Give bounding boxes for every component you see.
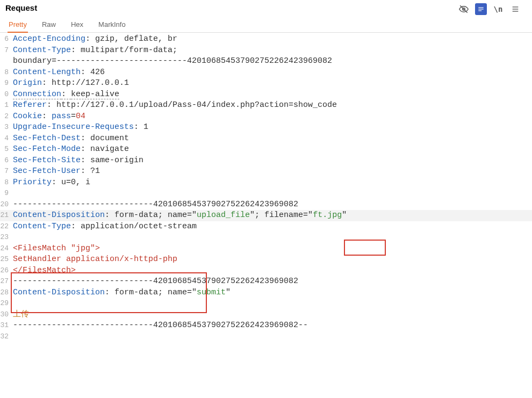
line-num: 22	[0, 221, 11, 233]
line-num: 28	[0, 287, 11, 299]
svg-rect-4	[478, 10, 481, 11]
header-name: Sec-Fetch-User	[13, 167, 81, 176]
line-num: 24	[0, 243, 11, 255]
header-value: : 1	[134, 122, 148, 132]
line-num: 7	[0, 45, 11, 56]
message-icon[interactable]	[475, 3, 487, 15]
header-sep: :	[61, 90, 71, 99]
panel-title: Request	[5, 3, 37, 12]
header-name: Referer	[13, 100, 47, 110]
line-num: 21	[0, 210, 11, 221]
header-name: Content-Type	[13, 46, 71, 55]
code-area[interactable]: 6Accept-Encoding: gzip, deflate, br 7Con…	[0, 33, 532, 342]
header-value: : gzip, deflate, br	[85, 34, 177, 44]
line-num: 9	[0, 78, 11, 89]
payload-line: </FilesMatch>	[13, 266, 76, 275]
line-num: 4	[0, 133, 11, 144]
header-name: Content-Length	[13, 68, 81, 77]
line-num: 20	[0, 199, 11, 211]
header-value: : form-data; name="	[105, 211, 197, 220]
line-num: 1	[0, 100, 11, 111]
header-value: "	[342, 211, 347, 220]
menu-icon[interactable]	[509, 3, 521, 15]
header-name: Upgrade-Insecure-Requests	[13, 122, 134, 132]
header-value: : same-origin	[81, 156, 143, 165]
tab-hex[interactable]: Hex	[70, 18, 84, 32]
payload-line: SetHandler application/x-httpd-php	[13, 255, 177, 264]
line-num: 32	[0, 331, 11, 343]
header-value: "; filename="	[250, 211, 313, 220]
line-num: 26	[0, 265, 11, 277]
line-num: 6	[0, 155, 11, 167]
header-value: : u=0, i	[52, 178, 90, 187]
tab-markinfo[interactable]: MarkInfo	[97, 18, 127, 32]
header-value: : application/octet-stream	[71, 222, 197, 231]
header-value: : navigate	[81, 144, 129, 154]
payload-line: <FilesMatch "jpg">	[13, 244, 100, 253]
line-num: 25	[0, 254, 11, 265]
cookie-key: pass	[52, 112, 71, 121]
cookie-eq: =	[71, 112, 76, 121]
line-num: 8	[0, 67, 11, 78]
visibility-off-icon[interactable]	[458, 3, 470, 15]
toolbar-right: \n	[458, 3, 527, 15]
header-value: : ?1	[81, 167, 100, 176]
header-name: Priority	[13, 178, 52, 187]
line-num: 7	[0, 166, 11, 177]
boundary-line: boundary=---------------------------4201…	[13, 56, 332, 66]
header-name: Sec-Fetch-Site	[13, 156, 81, 165]
header-name: Sec-Fetch-Dest	[13, 134, 81, 143]
tab-raw[interactable]: Raw	[41, 18, 57, 32]
header-value: : multipart/form-data;	[71, 46, 177, 55]
header-value: : 426	[81, 68, 105, 77]
line-num: 31	[0, 320, 11, 331]
line-num: 9	[0, 188, 11, 199]
field-name: upload_file	[197, 211, 250, 220]
header-value: keep-alive	[71, 90, 119, 99]
tabs: Pretty Raw Hex MarkInfo	[0, 18, 532, 33]
boundary-end: -----------------------------42010685453…	[13, 321, 308, 330]
header-value: "	[226, 288, 231, 297]
boundary-line: -----------------------------42010685453…	[13, 277, 298, 286]
header-name: Cookie	[13, 112, 42, 121]
header: Request \n	[0, 0, 532, 16]
svg-rect-2	[478, 8, 483, 8]
line-num: 8	[0, 177, 11, 189]
header-value: : http://127.0.0.1	[42, 78, 129, 88]
filename: ft.jpg	[313, 211, 342, 220]
line-num: 23	[0, 232, 11, 243]
payload-line: 上传	[13, 310, 29, 319]
line-num	[0, 56, 11, 67]
line-num: 27	[0, 276, 11, 287]
svg-rect-3	[478, 9, 483, 9]
header-name: Sec-Fetch-Mode	[13, 144, 81, 154]
tab-pretty[interactable]: Pretty	[8, 18, 28, 33]
header-value: : document	[81, 134, 129, 143]
header-name: Content-Type	[13, 222, 71, 231]
line-num: 6	[0, 34, 11, 45]
header-name: Origin	[13, 78, 42, 88]
boundary-line: -----------------------------42010685453…	[13, 200, 298, 209]
header-name: Content-Disposition	[13, 211, 105, 220]
header-value: : http://127.0.0.1/upload/Pass-04/index.…	[47, 100, 337, 110]
line-num: 3	[0, 122, 11, 133]
header-value: : form-data; name="	[105, 288, 197, 297]
line-num: 2	[0, 111, 11, 122]
field-name: submit	[197, 288, 226, 297]
line-num: 5	[0, 144, 11, 155]
line-num: 29	[0, 298, 11, 309]
header-name: Accept-Encoding	[13, 34, 85, 44]
line-num: 0	[0, 89, 11, 100]
header-name: Content-Disposition	[13, 288, 105, 297]
line-num: 30	[0, 309, 11, 321]
cookie-value: 04	[76, 112, 85, 121]
header-sep: :	[42, 112, 52, 121]
newline-icon[interactable]: \n	[492, 3, 504, 15]
header-name: Connection	[13, 90, 61, 99]
